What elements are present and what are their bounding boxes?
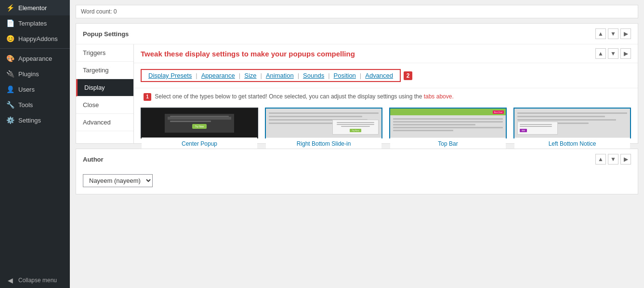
top-bar-strip: Best Deal (390, 109, 506, 115)
sidebar-collapse-menu[interactable]: ◀ Collapse menu (0, 273, 70, 288)
popup-content-controls: ▲ ▼ ▶ (595, 48, 631, 59)
page-line (517, 116, 605, 117)
preset-card-center-popup[interactable]: Try Now Center Popup (141, 108, 258, 138)
sidebar-item-templates[interactable]: 📄 Templates (0, 15, 70, 31)
sidebar-item-label: Plugins (18, 70, 39, 78)
popup-tabs-row: Display Presets | Appearance | Size | An… (134, 63, 638, 88)
author-ctrl-up[interactable]: ▲ (595, 154, 606, 165)
preset-card-left-bottom[interactable]: $$$ Left Bottom Notice (513, 108, 631, 138)
word-count-bar: Word count: 0 (76, 5, 638, 18)
panel-header-controls: ▲ ▼ ▶ (595, 28, 631, 39)
collapse-label: Collapse menu (18, 277, 57, 284)
popup-ctrl-down[interactable]: ▼ (608, 48, 618, 59)
preset-card-right-bottom[interactable]: Try Now Right Bottom Slide-in (265, 108, 382, 138)
preset-card-label: Center Popup (142, 137, 257, 150)
popup-text-line (170, 116, 229, 117)
users-icon: 👤 (6, 85, 14, 93)
appearance-icon: 🎨 (6, 55, 14, 62)
tab-advanced[interactable]: Advanced (363, 72, 395, 79)
desc-text: Select one of the types below to get sta… (155, 93, 453, 100)
tab-sounds[interactable]: Sounds (301, 72, 326, 79)
popup-ctrl-up[interactable]: ▲ (595, 48, 606, 59)
tab-appearance[interactable]: Appearance (199, 72, 237, 79)
popup-nav-advanced[interactable]: Advanced (76, 114, 133, 131)
sidebar-divider (0, 48, 70, 49)
tab-sep-4: | (296, 72, 301, 79)
sidebar-item-elementor[interactable]: ⚡ Elementor (0, 0, 70, 15)
step1-badge: 1 (144, 93, 151, 101)
notice-line (520, 124, 552, 125)
page-line (393, 124, 475, 125)
tab-sep-3: | (259, 72, 264, 79)
popup-nav-close[interactable]: Close (76, 96, 133, 114)
sidebar: ⚡ Elementor 📄 Templates 😊 HappyAddons 🎨 … (0, 0, 70, 288)
page-line (517, 112, 627, 114)
panel-expand-button[interactable]: ▶ (620, 28, 631, 39)
popup-tabs-bar: Display Presets | Appearance | Size | An… (141, 69, 401, 82)
notice-box: $$$ (517, 122, 558, 135)
popup-nav-targeting[interactable]: Targeting (76, 62, 133, 79)
display-presets-desc: 1 Select one of the types below to get s… (141, 93, 631, 101)
popup-ctrl-expand[interactable]: ▶ (620, 48, 631, 59)
sidebar-item-label: Elementor (18, 4, 47, 12)
preset-card-top-bar[interactable]: Best Deal Top Bar (389, 108, 507, 138)
happyaddons-icon: 😊 (6, 35, 14, 42)
sidebar-item-plugins[interactable]: 🔌 Plugins (0, 66, 70, 82)
panel-collapse-down-button[interactable]: ▼ (608, 28, 618, 39)
author-panel: Author ▲ ▼ ▶ Nayeem (nayeem) (76, 149, 638, 194)
author-ctrl-expand[interactable]: ▶ (620, 154, 631, 165)
sidebar-item-tools[interactable]: 🔧 Tools (0, 97, 70, 112)
popup-nav-display[interactable]: Display (76, 79, 133, 96)
popup-text-lines (170, 116, 229, 122)
page-line (269, 116, 362, 117)
tab-position[interactable]: Position (332, 72, 358, 79)
popup-text-line (170, 121, 211, 122)
top-bar-badge: Best Deal (493, 110, 504, 114)
popup-text-line (170, 118, 229, 120)
page-line (393, 130, 453, 131)
author-ctrl-down[interactable]: ▼ (608, 154, 618, 165)
tab-sep-6: | (358, 72, 363, 79)
popup-settings-sidebar: Triggers Targeting Display Close Advance… (76, 44, 134, 143)
preset-card-label: Left Bottom Notice (514, 137, 630, 150)
tab-size[interactable]: Size (242, 72, 258, 79)
slide-btn: Try Now (350, 129, 362, 132)
collapse-icon: ◀ (6, 276, 14, 284)
page-line (269, 112, 379, 114)
notice-line (520, 126, 552, 127)
sidebar-item-label: HappyAddons (18, 35, 58, 42)
author-panel-header: Author ▲ ▼ ▶ (76, 149, 638, 169)
tools-icon: 🔧 (6, 101, 14, 109)
popup-nav-triggers[interactable]: Triggers (76, 44, 133, 62)
popup-settings-layout: Triggers Targeting Display Close Advance… (76, 44, 638, 143)
settings-icon: ⚙️ (6, 116, 14, 124)
slide-line (341, 126, 370, 127)
popup-settings-content: Tweak these display settings to make you… (134, 44, 638, 143)
page-content (393, 118, 503, 131)
sidebar-item-users[interactable]: 👤 Users (0, 82, 70, 97)
preset-card-label: Right Bottom Slide-in (266, 137, 381, 150)
slide-line (337, 122, 374, 123)
tab-sep-5: | (326, 72, 331, 79)
preset-thumbnail-left-bottom: $$$ (514, 109, 630, 137)
preset-thumbnail-right-bottom: Try Now (266, 109, 381, 137)
sidebar-item-happyaddons[interactable]: 😊 HappyAddons (0, 31, 70, 46)
slide-box: Try Now (332, 120, 379, 135)
popup-settings-title: Tweak these display settings to make you… (141, 50, 355, 58)
sidebar-item-label: Appearance (18, 55, 52, 62)
popup-btn: Try Now (192, 124, 207, 129)
tab-animation[interactable]: Animation (264, 72, 296, 79)
sidebar-item-appearance[interactable]: 🎨 Appearance (0, 51, 70, 66)
step2-badge: 2 (404, 71, 412, 80)
slide-line (337, 124, 374, 125)
tab-sep-1: | (194, 72, 199, 79)
panel-collapse-up-button[interactable]: ▲ (595, 28, 606, 39)
sidebar-item-label: Tools (18, 101, 33, 109)
popup-settings-header: Tweak these display settings to make you… (134, 44, 638, 63)
sidebar-item-label: Users (18, 86, 35, 93)
author-select[interactable]: Nayeem (nayeem) (83, 174, 153, 187)
page-line (393, 127, 503, 128)
tab-display-presets[interactable]: Display Presets (146, 72, 194, 79)
display-presets-body: 1 Select one of the types below to get s… (134, 88, 638, 143)
sidebar-item-settings[interactable]: ⚙️ Settings (0, 112, 70, 128)
